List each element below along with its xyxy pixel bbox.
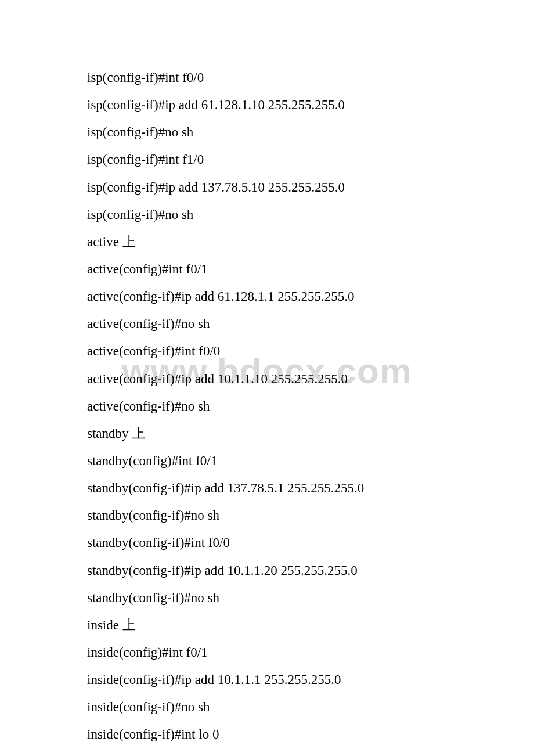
- config-line: inside(config-if)#no sh: [87, 693, 447, 721]
- config-line: isp(config-if)#int f0/0: [87, 64, 447, 91]
- config-line: isp(config-if)#ip add 61.128.1.10 255.25…: [87, 91, 447, 118]
- config-line: active(config-if)#no sh: [87, 393, 447, 420]
- document-body: isp(config-if)#int f0/0 isp(config-if)#i…: [87, 64, 447, 756]
- config-line: inside(config)#int f0/1: [87, 639, 447, 666]
- config-line: standby(config-if)#ip add 10.1.1.20 255.…: [87, 557, 447, 584]
- config-line: active(config-if)#int f0/0: [87, 337, 447, 365]
- config-line: active 上: [87, 228, 447, 255]
- config-line: standby(config)#int f0/1: [87, 447, 447, 474]
- config-line: standby(config-if)#ip add 137.78.5.1 255…: [87, 474, 447, 502]
- config-line: standby 上: [87, 420, 447, 447]
- config-line: inside(config-if)#ip add 2.2.2.2 255.255…: [87, 748, 447, 756]
- config-line: isp(config-if)#int f1/0: [87, 146, 447, 173]
- config-line: isp(config-if)#no sh: [87, 118, 447, 146]
- config-line: active(config-if)#ip add 10.1.1.10 255.2…: [87, 365, 447, 393]
- config-line: standby(config-if)#no sh: [87, 584, 447, 611]
- config-line: isp(config-if)#no sh: [87, 201, 447, 228]
- config-line: active(config)#int f0/1: [87, 255, 447, 283]
- config-line: active(config-if)#no sh: [87, 310, 447, 337]
- config-line: inside 上: [87, 611, 447, 639]
- config-line: standby(config-if)#int f0/0: [87, 529, 447, 556]
- config-line: active(config-if)#ip add 61.128.1.1 255.…: [87, 283, 447, 310]
- config-line: inside(config-if)#int lo 0: [87, 721, 447, 748]
- config-line: standby(config-if)#no sh: [87, 502, 447, 529]
- config-line: inside(config-if)#ip add 10.1.1.1 255.25…: [87, 666, 447, 693]
- config-line: isp(config-if)#ip add 137.78.5.10 255.25…: [87, 174, 447, 201]
